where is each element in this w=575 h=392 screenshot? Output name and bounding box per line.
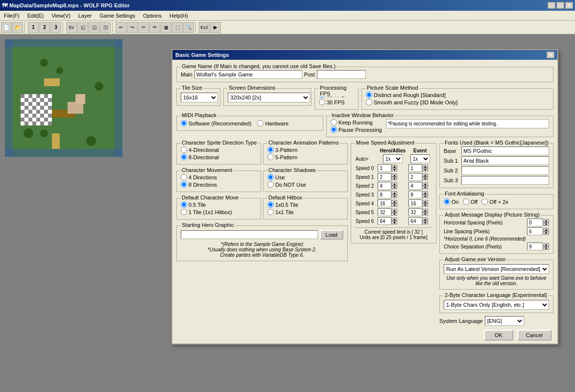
main-name-input[interactable]	[194, 70, 302, 79]
maximize-button[interactable]: □	[556, 2, 564, 9]
speed4-event-up[interactable]: ▲	[422, 200, 428, 203]
speed4-event-down[interactable]: ▼	[422, 203, 428, 207]
speed6-hero-input[interactable]	[378, 217, 391, 225]
menu-view[interactable]: View(V)	[48, 12, 74, 20]
menu-file[interactable]: File(F)	[0, 12, 24, 20]
tool-open[interactable]: 📂	[12, 22, 23, 33]
antialias-on-radio[interactable]	[444, 198, 450, 205]
speed4-event-input[interactable]	[408, 199, 422, 207]
midi-software-radio[interactable]	[181, 120, 187, 126]
speed6-event-up[interactable]: ▲	[422, 218, 428, 221]
speed5-hero-down[interactable]: ▼	[391, 212, 397, 216]
speed0-event-input[interactable]	[408, 164, 422, 172]
antialias-off2x-radio[interactable]	[481, 198, 488, 205]
picture-scale-rough-radio[interactable]	[366, 92, 372, 98]
tool-select[interactable]: ⬚	[172, 22, 183, 33]
line-up[interactable]: ▲	[543, 228, 549, 231]
ok-button[interactable]: OK	[484, 330, 513, 341]
tool-cut[interactable]: ✂	[138, 22, 149, 33]
speed1-hero-down[interactable]: ▼	[391, 177, 397, 180]
sub2-font-input[interactable]	[461, 166, 549, 175]
tool-pencil[interactable]: ✏	[149, 22, 160, 33]
speed5-hero-input[interactable]	[378, 208, 391, 216]
speed0-hero-up[interactable]: ▲	[391, 165, 397, 168]
speed5-event-down[interactable]: ▼	[422, 212, 428, 216]
dialog-close-button[interactable]: ✕	[547, 51, 554, 58]
picture-scale-smooth-radio[interactable]	[366, 99, 372, 105]
tool-2[interactable]: 2	[39, 22, 50, 33]
menu-game-settings[interactable]: Game Settings	[96, 12, 139, 20]
speed1-event-down[interactable]: ▼	[422, 177, 428, 180]
system-language-select[interactable]: [ENG]	[485, 316, 524, 326]
charmove4-radio[interactable]	[181, 174, 187, 180]
tool-1[interactable]: 1	[28, 22, 39, 33]
speed1-event-input[interactable]	[408, 173, 422, 181]
line-spacing-input[interactable]	[527, 227, 543, 235]
tool-r2[interactable]: ◲	[89, 22, 99, 33]
speed1-hero-input[interactable]	[378, 173, 391, 181]
starting-hero-input[interactable]	[181, 230, 318, 239]
speed4-hero-up[interactable]: ▲	[391, 200, 397, 203]
tool-r3[interactable]: ◳	[100, 22, 111, 33]
speed0-event-up[interactable]: ▲	[422, 165, 428, 168]
tool-redo[interactable]: ↪	[127, 22, 138, 33]
choice-sep-input[interactable]	[527, 243, 543, 250]
menu-layer[interactable]: Layer	[74, 12, 96, 20]
pat3-radio[interactable]	[267, 147, 274, 153]
speed3-hero-input[interactable]	[378, 191, 391, 198]
charmove8-radio[interactable]	[181, 181, 187, 188]
game-exe-select[interactable]: Run As Latest Version [Recommended]	[444, 264, 549, 274]
hitbox1-radio[interactable]	[267, 201, 274, 208]
keep-running-radio[interactable]	[331, 119, 337, 125]
tool-ev[interactable]: Ev	[66, 22, 77, 33]
speed1-hero-up[interactable]: ▲	[391, 173, 397, 177]
speed6-event-input[interactable]	[408, 217, 422, 225]
menu-options[interactable]: Options	[139, 12, 166, 20]
speed3-hero-up[interactable]: ▲	[391, 191, 397, 195]
pat5-radio[interactable]	[267, 154, 274, 160]
speed0-hero-down[interactable]: ▼	[391, 168, 397, 172]
tile-size-select[interactable]: 16x16	[181, 93, 218, 102]
speed4-hero-down[interactable]: ▼	[391, 203, 397, 207]
speed0-hero-input[interactable]	[378, 164, 391, 172]
speed3-event-input[interactable]	[408, 191, 422, 198]
horiz-up[interactable]: ▲	[543, 219, 549, 222]
cancel-button[interactable]: Cancel	[517, 330, 551, 341]
tool-undo[interactable]: ↩	[116, 22, 126, 33]
dir8-radio[interactable]	[181, 154, 187, 160]
close-button[interactable]: ✕	[565, 2, 573, 9]
tile05-radio[interactable]	[181, 201, 187, 208]
speed0-event-down[interactable]: ▼	[422, 168, 428, 172]
pause-processing-radio[interactable]	[331, 126, 337, 133]
horiz-down[interactable]: ▼	[543, 222, 549, 226]
tool-r1[interactable]: ◱	[77, 22, 88, 33]
menu-help[interactable]: Help(H)	[166, 12, 192, 20]
speed3-hero-down[interactable]: ▼	[391, 195, 397, 198]
screen-dim-select[interactable]: 320x240 [2x]	[228, 93, 310, 102]
fps30-radio[interactable]	[319, 99, 325, 105]
tool-event[interactable]: Ev2	[199, 22, 210, 33]
tool-zoom[interactable]: 🔍	[183, 22, 194, 33]
speed5-event-input[interactable]	[408, 208, 422, 216]
choice-down[interactable]: ▼	[543, 246, 549, 250]
sub1-font-input[interactable]	[461, 156, 549, 165]
speed4-hero-input[interactable]	[378, 199, 391, 207]
base-font-input[interactable]	[461, 147, 549, 155]
speed6-event-down[interactable]: ▼	[422, 221, 428, 224]
choice-up[interactable]: ▲	[543, 243, 549, 246]
speed3-event-down[interactable]: ▼	[422, 195, 428, 198]
speed1-event-up[interactable]: ▲	[422, 173, 428, 177]
minimize-button[interactable]: ─	[548, 2, 555, 9]
speed5-event-up[interactable]: ▲	[422, 209, 428, 212]
speed6-hero-up[interactable]: ▲	[391, 218, 397, 221]
sub3-font-input[interactable]	[461, 176, 549, 185]
menu-edit[interactable]: Edit(E)	[24, 12, 48, 20]
tile1-radio[interactable]	[181, 209, 187, 215]
midi-hardware-radio[interactable]	[257, 120, 264, 126]
auto-hero-select[interactable]: 1x2x	[383, 154, 403, 163]
tool-new[interactable]: 📄	[1, 22, 12, 33]
tool-play[interactable]: ▶	[210, 22, 221, 33]
speed2-event-input[interactable]	[408, 182, 422, 190]
hitbox2-radio[interactable]	[267, 209, 274, 215]
speed2-event-up[interactable]: ▲	[422, 182, 428, 186]
